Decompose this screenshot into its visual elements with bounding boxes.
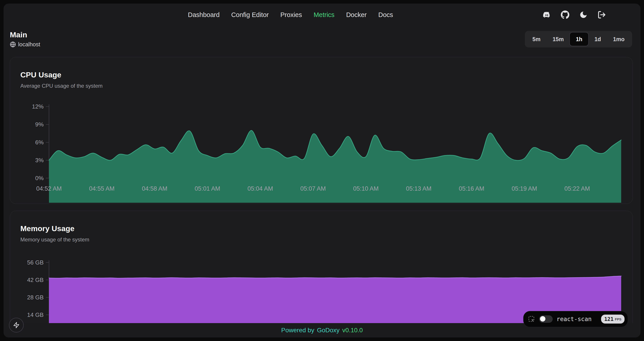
cpu-card-subtitle: Average CPU usage of the system: [20, 83, 632, 89]
time-range-15m[interactable]: 15m: [546, 33, 570, 46]
svg-text:05:16 AM: 05:16 AM: [459, 185, 484, 192]
zap-button[interactable]: [9, 318, 24, 332]
svg-text:28 GB: 28 GB: [27, 294, 44, 301]
discord-icon[interactable]: [542, 11, 551, 19]
cpu-usage-card: CPU Usage Average CPU usage of the syste…: [10, 57, 633, 204]
inspect-icon[interactable]: [528, 315, 535, 323]
svg-text:9%: 9%: [35, 121, 44, 128]
svg-text:04:52 AM: 04:52 AM: [36, 185, 62, 192]
topbar-icon-row: [542, 11, 606, 19]
page-title: Main: [10, 30, 40, 39]
fps-unit: FPS: [615, 317, 622, 321]
cpu-usage-chart: 0%3%6%9%12%04:52 AM04:55 AM04:58 AM05:01…: [10, 102, 633, 203]
fps-badge: 121 FPS: [601, 314, 624, 323]
nav-item-dashboard[interactable]: Dashboard: [188, 11, 220, 19]
time-range-1d[interactable]: 1d: [588, 33, 607, 46]
github-icon[interactable]: [561, 11, 569, 19]
svg-text:05:07 AM: 05:07 AM: [300, 185, 326, 192]
svg-text:0%: 0%: [35, 175, 44, 181]
time-range-5m[interactable]: 5m: [526, 33, 546, 46]
react-scan-widget: react-scan 121 FPS: [523, 311, 628, 327]
svg-text:05:19 AM: 05:19 AM: [512, 185, 537, 192]
svg-text:05:22 AM: 05:22 AM: [564, 185, 590, 192]
svg-text:14 GB: 14 GB: [27, 311, 44, 318]
svg-text:56 GB: 56 GB: [27, 259, 44, 266]
zap-icon: [13, 322, 20, 328]
svg-text:05:13 AM: 05:13 AM: [406, 185, 431, 192]
nav-item-metrics[interactable]: Metrics: [314, 11, 334, 19]
time-range-1h[interactable]: 1h: [570, 33, 588, 46]
svg-text:12%: 12%: [32, 103, 44, 110]
svg-text:04:58 AM: 04:58 AM: [142, 185, 167, 192]
cpu-chart-area: 0%3%6%9%12%04:52 AM04:55 AM04:58 AM05:01…: [10, 102, 632, 203]
nav-item-proxies[interactable]: Proxies: [280, 11, 302, 19]
theme-toggle-moon-icon[interactable]: [579, 11, 588, 19]
cpu-card-title: CPU Usage: [20, 70, 632, 79]
memory-card-title: Memory Usage: [20, 224, 632, 233]
svg-text:05:10 AM: 05:10 AM: [353, 185, 378, 192]
svg-text:05:04 AM: 05:04 AM: [248, 185, 273, 192]
toggle-knob: [540, 316, 546, 321]
footer-powered-by: Powered by: [281, 327, 314, 334]
time-range-selector: 5m 15m 1h 1d 1mo: [525, 31, 632, 48]
page-head: Main localhost: [10, 30, 40, 48]
time-range-1mo[interactable]: 1mo: [607, 33, 630, 46]
logout-icon[interactable]: [598, 11, 606, 19]
react-scan-toggle[interactable]: [539, 315, 552, 323]
app-frame: Dashboard Config Editor Proxies Metrics …: [4, 4, 640, 337]
svg-text:42 GB: 42 GB: [27, 276, 44, 283]
nav-item-docker[interactable]: Docker: [346, 11, 367, 19]
footer-godoxy-link[interactable]: GoDoxy: [317, 327, 340, 334]
host-label: localhost: [18, 41, 40, 48]
react-scan-label: react-scan: [556, 316, 597, 322]
svg-text:3%: 3%: [35, 157, 44, 164]
nav-item-config-editor[interactable]: Config Editor: [231, 11, 269, 19]
svg-text:05:01 AM: 05:01 AM: [195, 185, 220, 192]
memory-card-subtitle: Memory usage of the system: [20, 236, 632, 243]
globe-icon: [10, 41, 16, 48]
footer-version-link[interactable]: v0.10.0: [342, 327, 363, 334]
nav-item-docs[interactable]: Docs: [378, 11, 393, 19]
svg-text:04:55 AM: 04:55 AM: [89, 185, 114, 192]
svg-text:6%: 6%: [35, 139, 44, 146]
host-row: localhost: [10, 41, 40, 48]
fps-value: 121: [604, 316, 614, 322]
